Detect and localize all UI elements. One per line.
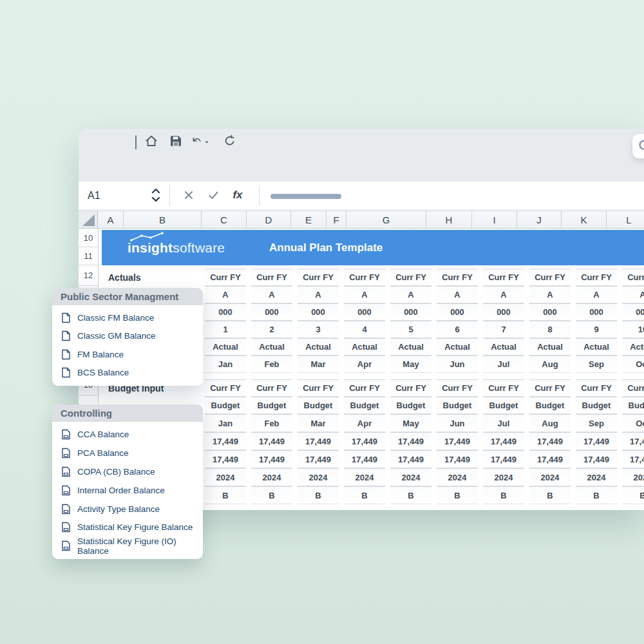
cell-company-000-8[interactable]: 000 xyxy=(529,303,571,321)
cell-budget-amount-2-2[interactable]: 17,449 xyxy=(251,450,292,468)
cell-budget-months-4[interactable]: Apr xyxy=(344,414,385,432)
cell-actual-months-4[interactable]: Apr xyxy=(344,355,385,373)
cell-budget-amount-2-4[interactable]: 17,449 xyxy=(344,450,385,468)
cell-budget-type-8[interactable]: Budget xyxy=(529,397,571,414)
cell-version-a-6[interactable]: A xyxy=(437,286,478,303)
cell-year-8[interactable]: 2024 xyxy=(529,468,571,486)
cell-version-b-7[interactable]: B xyxy=(483,486,524,504)
cancel-entry-icon[interactable] xyxy=(180,187,197,204)
cell-budget-months-3[interactable]: Mar xyxy=(298,414,339,432)
cell-period-number-4[interactable]: 4 xyxy=(344,321,385,338)
column-header-B[interactable]: B xyxy=(124,211,202,228)
cell-budget-curr-fy-7[interactable]: Curr FY xyxy=(483,379,524,397)
cell-company-000-4[interactable]: 000 xyxy=(344,303,385,321)
cell-budget-amount-1-8[interactable]: 17,449 xyxy=(529,432,571,450)
cell-budget-amount-1-3[interactable]: 17,449 xyxy=(298,432,339,450)
cell-period-number-2[interactable]: 2 xyxy=(251,321,292,338)
cell-budget-amount-2-8[interactable]: 17,449 xyxy=(529,450,571,468)
cell-actual-type-4[interactable]: Actual xyxy=(344,338,385,355)
report-item-activity-type-balance[interactable]: Activity Type Balance xyxy=(52,500,203,518)
cell-actuals-curr-fy-7[interactable]: Curr FY xyxy=(483,269,524,286)
cell-company-000-3[interactable]: 000 xyxy=(298,303,339,321)
cell-budget-curr-fy-5[interactable]: Curr FY xyxy=(390,379,431,397)
report-item-statistical-key-figure-balance[interactable]: Statistical Key Figure Balance xyxy=(52,518,203,536)
cell-year-9[interactable]: 2024 xyxy=(576,468,617,486)
cell-actual-type-5[interactable]: Actual xyxy=(390,338,431,355)
cell-version-a-5[interactable]: A xyxy=(390,286,431,303)
cell-year-5[interactable]: 2024 xyxy=(390,468,431,486)
cell-budget-curr-fy-3[interactable]: Curr FY xyxy=(298,379,339,397)
cell-budget-amount-1-2[interactable]: 17,449 xyxy=(251,432,292,450)
cell-company-000-9[interactable]: 000 xyxy=(576,303,617,321)
formula-input-placeholder[interactable] xyxy=(270,194,341,199)
confirm-entry-icon[interactable] xyxy=(205,187,222,204)
cell-budget-amount-2-5[interactable]: 17,449 xyxy=(390,450,431,468)
cell-period-number-3[interactable]: 3 xyxy=(298,321,339,338)
cell-actual-type-10[interactable]: Actual xyxy=(622,338,644,355)
cell-period-number-1[interactable]: 1 xyxy=(205,321,246,338)
report-item-fm-balance[interactable]: FM Balance xyxy=(52,345,203,364)
cell-budget-curr-fy-1[interactable]: Curr FY xyxy=(205,379,246,397)
cell-budget-curr-fy-6[interactable]: Curr FY xyxy=(437,379,478,397)
cell-year-4[interactable]: 2024 xyxy=(344,468,385,486)
report-item-pca-balance[interactable]: PCA Balance xyxy=(52,444,203,462)
cell-budget-type-3[interactable]: Budget xyxy=(298,397,339,414)
cell-version-b-4[interactable]: B xyxy=(344,486,385,504)
cell-budget-amount-1-7[interactable]: 17,449 xyxy=(483,432,524,450)
cell-actual-type-2[interactable]: Actual xyxy=(251,338,292,355)
cell-company-000-5[interactable]: 000 xyxy=(390,303,431,321)
cell-version-b-1[interactable]: B xyxy=(205,486,246,504)
cell-budget-curr-fy-4[interactable]: Curr FY xyxy=(344,379,385,397)
cell-actuals-curr-fy-5[interactable]: Curr FY xyxy=(390,269,431,286)
cell-company-000-1[interactable]: 000 xyxy=(205,303,246,321)
cell-actual-months-3[interactable]: Mar xyxy=(298,355,339,373)
cell-actual-type-1[interactable]: Actual xyxy=(205,338,246,355)
cell-budget-curr-fy-2[interactable]: Curr FY xyxy=(251,379,292,397)
cell-version-b-5[interactable]: B xyxy=(390,486,431,504)
report-item-internal-order-balance[interactable]: Internal Order Balance xyxy=(52,481,203,500)
cell-company-000-7[interactable]: 000 xyxy=(483,303,524,321)
cell-budget-amount-2-9[interactable]: 17,449 xyxy=(576,450,617,468)
cell-actual-months-2[interactable]: Feb xyxy=(251,355,292,373)
cell-period-number-6[interactable]: 6 xyxy=(437,321,478,338)
column-header-G[interactable]: G xyxy=(346,211,426,228)
column-header-E[interactable]: E xyxy=(291,211,327,228)
report-item-cca-balance[interactable]: CCA Balance xyxy=(52,425,203,444)
column-header-J[interactable]: J xyxy=(517,211,562,228)
cell-budget-amount-1-5[interactable]: 17,449 xyxy=(390,432,431,450)
cell-version-a-1[interactable]: A xyxy=(205,286,246,303)
save-icon[interactable] xyxy=(167,133,184,149)
cell-actuals-curr-fy-8[interactable]: Curr FY xyxy=(529,269,571,286)
cell-actuals-curr-fy-1[interactable]: Curr FY xyxy=(205,269,246,286)
row-header-12[interactable]: 12 xyxy=(79,265,98,286)
cell-version-b-6[interactable]: B xyxy=(437,486,478,504)
cell-actual-type-8[interactable]: Actual xyxy=(529,338,571,355)
cell-actuals-curr-fy-4[interactable]: Curr FY xyxy=(344,269,385,286)
report-item-bcs-balance[interactable]: BCS Balance xyxy=(52,364,203,383)
cell-budget-amount-1-10[interactable]: 17,449 xyxy=(622,432,644,450)
cell-budget-type-4[interactable]: Budget xyxy=(344,397,385,414)
search-button[interactable] xyxy=(632,134,644,158)
cell-version-b-8[interactable]: B xyxy=(529,486,571,504)
cell-version-b-10[interactable]: B xyxy=(622,486,644,504)
cell-version-a-7[interactable]: A xyxy=(483,286,524,303)
cell-reference-box[interactable]: A1 xyxy=(88,187,103,204)
cell-actual-months-8[interactable]: Aug xyxy=(529,355,571,373)
cell-year-7[interactable]: 2024 xyxy=(483,468,524,486)
cell-year-6[interactable]: 2024 xyxy=(437,468,478,486)
cell-actual-months-6[interactable]: Jun xyxy=(437,355,478,373)
cell-actual-type-7[interactable]: Actual xyxy=(483,338,524,355)
cell-version-a-8[interactable]: A xyxy=(529,286,571,303)
cell-budget-curr-fy-9[interactable]: Curr FY xyxy=(576,379,617,397)
cell-version-a-3[interactable]: A xyxy=(298,286,339,303)
cell-budget-type-5[interactable]: Budget xyxy=(390,397,431,414)
cell-year-10[interactable]: 2024 xyxy=(622,468,644,486)
report-item-classic-gm-balance[interactable]: Classic GM Balance xyxy=(52,327,203,346)
cell-budget-amount-1-9[interactable]: 17,449 xyxy=(576,432,617,450)
cell-budget-amount-2-10[interactable]: 17,449 xyxy=(622,450,644,468)
cell-actuals-curr-fy-9[interactable]: Curr FY xyxy=(576,269,617,286)
refresh-icon[interactable] xyxy=(222,133,238,149)
cell-budget-amount-2-3[interactable]: 17,449 xyxy=(298,450,339,468)
cell-actuals-curr-fy-3[interactable]: Curr FY xyxy=(298,269,339,286)
column-header-L[interactable]: L xyxy=(607,211,644,228)
